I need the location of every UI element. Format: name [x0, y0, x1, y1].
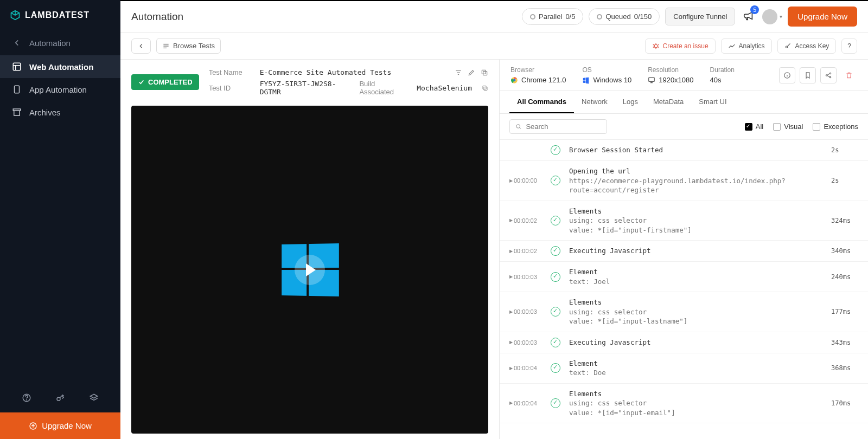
tab-network[interactable]: Network: [574, 91, 615, 113]
command-row[interactable]: ▶ 00:00:04Elementtext: Doe368ms: [500, 353, 868, 384]
bookmark-icon: [804, 72, 812, 79]
share-button[interactable]: [820, 67, 837, 83]
search-field[interactable]: [526, 122, 601, 131]
build-value: MochaSelenium: [417, 84, 472, 92]
archive-icon: [12, 107, 22, 117]
search-icon: [515, 123, 521, 130]
environment-row: Browser Chrome 121.0 OS Windows 10: [500, 60, 868, 91]
checkbox-icon: [813, 123, 820, 131]
sidebar-item-archives[interactable]: Archives: [0, 101, 120, 124]
sidebar-upgrade-button[interactable]: Upgrade Now: [0, 412, 120, 439]
tab-logs[interactable]: Logs: [615, 91, 646, 113]
resolution-value: 1920x1080: [648, 76, 693, 84]
command-row[interactable]: ▶ 00:00:03Executing Javascript343ms: [500, 332, 868, 353]
svg-rect-0: [13, 63, 21, 70]
status-ok-icon: [551, 246, 560, 256]
duration: 368ms: [831, 364, 858, 372]
filter-row: All Visual Exceptions: [500, 114, 868, 139]
search-input[interactable]: [509, 119, 607, 134]
filter-icon[interactable]: [455, 69, 462, 76]
filter-exceptions[interactable]: Exceptions: [813, 122, 858, 131]
notifications-button[interactable]: 5: [741, 8, 757, 25]
brand-logo[interactable]: LAMBDATEST: [0, 0, 120, 30]
browser-label: Browser: [510, 66, 566, 74]
browser-value: Chrome 121.0: [510, 76, 566, 84]
help-button[interactable]: ?: [841, 38, 857, 54]
parallel-pill[interactable]: Parallel 0/5: [522, 8, 583, 25]
svg-point-13: [786, 46, 788, 48]
checkbox-icon: [745, 123, 752, 131]
timestamp: ▶ 00:00:03: [509, 339, 542, 346]
command-row[interactable]: ▶ 00:00:00Opening the urlhttps://ecommer…: [500, 161, 868, 201]
help-icon[interactable]: [22, 393, 31, 403]
status-ok-icon: [551, 398, 560, 408]
status-ok-icon: [551, 307, 560, 317]
windows-icon: [582, 76, 590, 84]
command-body: Browser Session Started: [569, 145, 822, 155]
play-button[interactable]: [295, 255, 325, 285]
test-id-value: FY5YZ-5IR3T-JW2S8-DGTMR: [260, 80, 350, 96]
command-row[interactable]: ▶ 00:00:04Elementsusing: css selector va…: [500, 384, 868, 424]
create-issue-button[interactable]: Create an issue: [645, 38, 716, 54]
test-name-label: Test Name: [209, 68, 252, 76]
duration: 170ms: [831, 399, 858, 407]
back-button[interactable]: [131, 38, 151, 54]
video-player[interactable]: [131, 106, 488, 434]
tabs: All Commands Network Logs MetaData Smart…: [500, 91, 868, 114]
svg-rect-23: [649, 78, 655, 81]
grid-icon: [12, 62, 22, 72]
test-name-value: E-Commerce Site Automated Tests: [260, 68, 392, 76]
analytics-button[interactable]: Analytics: [721, 38, 772, 54]
svg-rect-4: [13, 109, 21, 111]
status-ok-icon: [551, 176, 560, 185]
trash-icon: [845, 72, 853, 79]
list-icon: [162, 42, 170, 50]
access-key-button[interactable]: Access Key: [777, 38, 837, 54]
filter-all[interactable]: All: [745, 122, 763, 131]
browse-tests-button[interactable]: Browse Tests: [156, 38, 221, 54]
info-button[interactable]: [779, 67, 795, 83]
key-icon[interactable]: [55, 393, 65, 403]
command-row[interactable]: ▶ 00:00:03Elementsusing: css selector va…: [500, 292, 868, 332]
timestamp: ▶ 00:00:03: [509, 308, 542, 315]
upgrade-now-button[interactable]: Upgrade Now: [788, 7, 857, 27]
sidebar-item-web-automation[interactable]: Web Automation: [0, 55, 120, 78]
tab-smart-ui[interactable]: Smart UI: [691, 91, 734, 113]
svg-point-7: [57, 397, 60, 401]
configure-tunnel-button[interactable]: Configure Tunnel: [665, 8, 735, 25]
account-menu[interactable]: ▾: [762, 9, 782, 24]
os-label: OS: [582, 66, 631, 74]
nav-group-automation[interactable]: Automation: [0, 30, 120, 55]
command-list[interactable]: -Browser Session Started2s▶ 00:00:00Open…: [500, 139, 868, 439]
svg-rect-18: [482, 70, 486, 74]
timestamp: ▶ 00:00:02: [509, 248, 542, 254]
copy-icon[interactable]: [481, 69, 488, 76]
duration: 2s: [831, 177, 858, 184]
top-bar: Automation Parallel 0/5 Queued 0/150 Con…: [120, 1, 868, 33]
chevron-left-icon: [137, 42, 145, 50]
filter-visual[interactable]: Visual: [773, 122, 803, 131]
edit-icon[interactable]: [468, 69, 475, 76]
layers-icon[interactable]: [89, 393, 99, 403]
command-body: Elementtext: Joel: [569, 267, 822, 286]
timestamp: ▶ 00:00:04: [509, 365, 542, 371]
svg-point-25: [826, 74, 827, 75]
command-row[interactable]: ▶ 00:00:02Executing Javascript340ms: [500, 241, 868, 262]
test-header: COMPLETED Test Name E-Commerce Site Auto…: [131, 65, 488, 104]
duration: 177ms: [831, 308, 858, 315]
chevron-down-icon: ▾: [780, 14, 782, 20]
delete-button[interactable]: [841, 67, 857, 83]
chart-icon: [728, 42, 736, 50]
tab-all-commands[interactable]: All Commands: [509, 91, 574, 113]
checkbox-icon: [773, 123, 781, 131]
command-row[interactable]: ▶ 00:00:02Elementsusing: css selector va…: [500, 201, 868, 241]
command-row[interactable]: ▶ 00:00:03Elementtext: Joel240ms: [500, 262, 868, 292]
sidebar-item-app-automation[interactable]: App Automation: [0, 78, 120, 101]
copy-icon[interactable]: [482, 85, 488, 92]
command-body: Opening the urlhttps://ecommerce-playgro…: [569, 166, 822, 195]
queued-pill[interactable]: Queued 0/150: [589, 8, 660, 25]
tab-metadata[interactable]: MetaData: [646, 91, 691, 113]
command-row[interactable]: -Browser Session Started2s: [500, 140, 868, 161]
bookmark-button[interactable]: [800, 67, 816, 83]
command-body: Elementsusing: css selector value: *[id=…: [569, 206, 822, 235]
